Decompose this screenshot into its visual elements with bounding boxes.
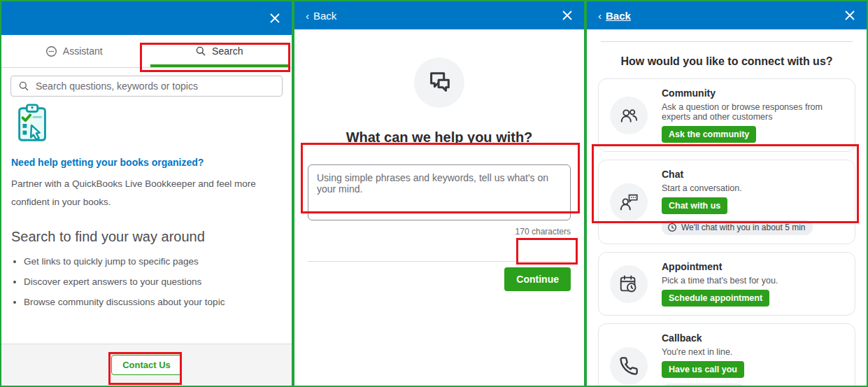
community-card-content: Community Ask a question or browse respo… (662, 87, 844, 143)
left-panel-content: Need help getting your books organized? … (1, 97, 292, 344)
search-panel: Assistant Search (1, 1, 292, 386)
chat-bubbles-icon (425, 69, 454, 96)
chat-bubbles-badge (414, 57, 464, 108)
chat-wait-time: We'll chat with you in about 5 min (662, 220, 813, 235)
tab-assistant-label: Assistant (63, 45, 103, 57)
search-icon (18, 80, 29, 92)
card-title: Callback (662, 332, 702, 344)
back-button[interactable]: ‹ Back (598, 10, 631, 22)
back-button[interactable]: ‹ Back (306, 10, 336, 22)
appointment-calendar-icon (618, 274, 639, 295)
question-heading: What can we help you with? (346, 129, 533, 146)
left-panel-header (1, 1, 292, 35)
search-input[interactable] (36, 80, 275, 92)
tab-search[interactable]: Search (147, 35, 292, 67)
card-description: Start a conversation. (662, 183, 742, 193)
chevron-left-icon: ‹ (598, 10, 602, 21)
character-counter: 170 characters (308, 227, 571, 237)
tab-search-label: Search (212, 45, 243, 57)
help-tabs: Assistant Search (1, 35, 292, 68)
bookkeeping-clipboard-icon (11, 102, 282, 146)
card-title: Community (662, 87, 716, 99)
card-description: Pick a time that's best for you. (662, 276, 778, 286)
ask-question-panel: ‹ Back What can we help you with? 170 ch… (294, 1, 584, 386)
contact-us-button[interactable]: Contact Us (111, 355, 182, 375)
divider (601, 41, 853, 42)
right-panel-header: ‹ Back (587, 1, 867, 29)
chat-card[interactable]: Chat Start a conversation. Chat with us … (598, 160, 855, 244)
close-icon[interactable] (269, 13, 280, 24)
appointment-card[interactable]: Appointment Pick a time that's best for … (598, 252, 855, 316)
middle-panel-header: ‹ Back (294, 1, 584, 29)
back-label: Back (606, 10, 631, 22)
left-panel-footer: Contact Us (1, 344, 292, 386)
card-title: Appointment (662, 261, 722, 272)
callback-card[interactable]: Callback You're next in line. Have us ca… (598, 323, 855, 386)
close-icon[interactable] (562, 10, 573, 21)
list-item: Discover expert answers to your question… (24, 276, 282, 287)
search-section-heading: Search to find your way around (11, 229, 282, 245)
middle-panel-body: What can we help you with? 170 character… (294, 29, 584, 386)
ask-community-button[interactable]: Ask the community (662, 126, 756, 143)
question-textarea[interactable] (308, 164, 571, 220)
bookkeeper-promo-link[interactable]: Need help getting your books organized? (11, 157, 204, 168)
search-benefits-list: Get links to quickly jump to specific pa… (24, 256, 282, 307)
community-badge (610, 97, 648, 134)
chat-person-icon (618, 192, 639, 213)
community-icon (618, 105, 639, 126)
list-item: Browse community discussions about your … (24, 297, 282, 307)
divider (308, 261, 571, 262)
continue-row: Continue (308, 267, 571, 291)
chat-badge (610, 183, 648, 221)
chat-card-content: Chat Start a conversation. Chat with us … (662, 169, 813, 235)
appointment-badge (610, 265, 648, 303)
search-icon (195, 45, 206, 57)
wait-time-label: We'll chat with you in about 5 min (681, 223, 806, 232)
callback-wait-time: Wait time 5 min (662, 384, 746, 386)
appointment-card-content: Appointment Pick a time that's best for … (662, 261, 778, 307)
right-panel-body: How would you like to connect with us? (587, 29, 867, 386)
list-item: Get links to quickly jump to specific pa… (24, 256, 282, 267)
callback-badge (610, 347, 648, 385)
card-title: Chat (662, 169, 683, 180)
card-description: You're next in line. (662, 347, 732, 357)
clock-icon (667, 223, 677, 232)
help-widget: Assistant Search (0, 0, 868, 387)
connect-cards: Community Ask a question or browse respo… (598, 78, 855, 386)
bookkeeper-promo-body: Partner with a QuickBooks Live Bookkeepe… (11, 175, 277, 212)
connect-options-panel: ‹ Back How would you like to connect wit… (587, 1, 867, 386)
community-card[interactable]: Community Ask a question or browse respo… (598, 78, 855, 152)
assistant-icon (45, 45, 57, 57)
chat-with-us-button[interactable]: Chat with us (662, 197, 727, 214)
continue-button[interactable]: Continue (504, 267, 571, 291)
back-label: Back (313, 10, 336, 22)
close-icon[interactable] (844, 10, 855, 21)
chevron-left-icon: ‹ (306, 10, 309, 21)
schedule-appointment-button[interactable]: Schedule appointment (662, 290, 769, 307)
connect-heading: How would you like to connect with us? (598, 55, 855, 68)
tab-assistant[interactable]: Assistant (1, 35, 147, 67)
callback-card-content: Callback You're next in line. Have us ca… (662, 332, 746, 386)
phone-icon (619, 356, 639, 376)
question-textarea-wrap: 170 characters (308, 164, 571, 237)
card-description: Ask a question or browse responses from … (662, 102, 844, 122)
search-field-wrap (10, 76, 283, 97)
have-us-call-you-button[interactable]: Have us call you (662, 361, 744, 378)
